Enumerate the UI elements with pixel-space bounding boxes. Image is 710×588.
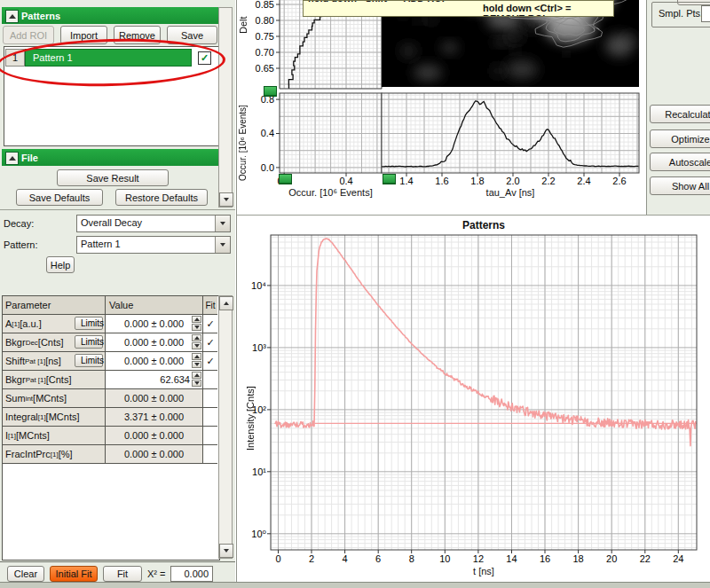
delta-axis-label: Delt [238,0,248,34]
decay-select[interactable]: Overall Decay [76,215,231,232]
param-name: Sumint [MCnts] [3,389,106,407]
save-button[interactable]: Save [167,26,217,44]
param-name: FracIntPrc[1] [%] [3,445,106,463]
fit-checkbox[interactable] [203,371,217,388]
scroll-down-icon[interactable] [219,544,233,558]
smpl-pts-label: Smpl. Pts.: [659,8,706,19]
svg-text:10⁰: 10⁰ [251,529,266,539]
value-spinner[interactable] [192,353,201,368]
intensity-axis-label: Intensity [Cnts] [245,335,256,451]
svg-text:4: 4 [343,553,348,564]
pattern-select[interactable]: Pattern 1 [76,236,231,254]
chevron-down-icon[interactable] [215,216,230,231]
save-result-button[interactable]: Save Result [57,169,169,186]
patterns-group-header[interactable]: Patterns [2,7,218,24]
svg-text:0.80: 0.80 [256,15,274,26]
mini-plot-x-label: Occur. [10⁶ Events] [280,187,382,198]
pattern-list-row[interactable]: 1 Pattern 1 ✓ [5,49,217,67]
scroll-up-icon[interactable] [219,296,233,310]
svg-text:0.4: 0.4 [261,128,274,138]
param-row: BkgrDec [Cnts] Limits 0.000 ± 0.000 ✓ [3,333,217,352]
fit-cell [203,408,217,426]
roi-range-handle[interactable] [279,174,292,184]
fit-checkbox[interactable]: ✓ [203,352,217,370]
param-value-readonly: 0.000 ± 0.000 [106,427,203,444]
decay-label: Decay: [4,218,34,229]
param-name: ShiftPat [1] [ns] Limits [3,352,106,370]
right-panel: Smpl. Pts.: Recalculate Optimize Autosca… [646,0,710,215]
pattern-list[interactable]: 1 Pattern 1 ✓ [4,46,219,146]
decay-plot-area[interactable] [271,235,697,550]
svg-text:20: 20 [606,553,617,564]
svg-text:10¹: 10¹ [252,466,266,477]
svg-text:16: 16 [540,553,550,564]
save-defaults-button[interactable]: Save Defaults [16,189,103,206]
patterns-pane-scrollbar[interactable] [218,7,233,208]
param-value-readonly: 0.000 ± 0.000 [106,445,203,463]
column-header-value: Value [106,296,203,314]
fit-checkbox[interactable]: ✓ [203,333,217,351]
svg-text:1.8: 1.8 [470,176,484,186]
svg-text:0.75: 0.75 [256,31,274,42]
smpl-pts-input[interactable] [701,5,710,22]
svg-text:8: 8 [409,553,414,564]
optimize-button[interactable]: Optimize [650,129,710,148]
spin-down-icon [192,361,201,368]
column-header-fit: Fit [203,296,217,314]
limits-button[interactable]: Limits [75,317,103,330]
svg-text:18: 18 [572,553,583,564]
pattern-row-name[interactable]: Pattern 1 [25,49,192,67]
show-all-button[interactable]: Show All [650,176,710,195]
param-value-input[interactable]: 0.000 ± 0.000 [106,333,203,351]
value-spinner[interactable] [192,334,201,349]
roi-range-handle[interactable] [383,174,396,184]
param-value-input[interactable]: 0.000 ± 0.000 [106,352,203,370]
help-button[interactable]: Help [46,256,75,273]
roi-range-handle[interactable] [264,86,277,97]
svg-text:10: 10 [439,553,450,564]
fit-checkbox[interactable]: ✓ [203,315,217,333]
param-row: A[1] [a.u.] Limits 0.000 ± 0.000 ✓ [3,315,217,333]
autoscale-button[interactable]: Autoscale [650,153,710,171]
fit-cell [203,427,217,444]
param-name: A[1] [a.u.] Limits [3,315,106,333]
roi-tooltip: hold down <Shift> = ADD ROI hold down <C… [303,0,614,17]
restore-defaults-button[interactable]: Restore Defaults [115,189,208,206]
scroll-down-icon[interactable] [219,192,233,207]
param-value-input[interactable]: 0.000 ± 0.000 [106,315,203,333]
param-row: I[1] [MCnts] 0.000 ± 0.000 [3,427,217,445]
value-spinner[interactable] [192,316,201,331]
histogram-x-label: tau_Av [ns] [382,187,639,198]
pattern-select-value: Pattern 1 [81,239,121,249]
tau-histogram-plot[interactable] [382,93,639,173]
svg-text:1.4: 1.4 [399,176,413,186]
remove-button[interactable]: Remove [114,26,161,44]
fit-button[interactable]: Fit [103,566,142,582]
svg-text:0: 0 [275,553,280,564]
clear-button[interactable]: Clear [7,566,44,582]
svg-text:2.2: 2.2 [541,176,555,186]
param-value-input[interactable]: 62.634 [106,371,203,388]
collapse-patterns-icon[interactable] [5,10,19,23]
initial-fit-button[interactable]: Initial Fit [50,566,98,582]
param-table-scrollbar[interactable] [218,295,233,559]
fit-cell [203,445,217,463]
limits-button[interactable]: Limits [75,354,103,367]
add-roi-button[interactable]: Add ROI [3,26,54,44]
import-button[interactable]: Import [60,26,107,44]
param-row: Sumint [MCnts] 0.000 ± 0.000 [3,389,217,408]
file-group-header[interactable]: File [2,149,218,166]
chevron-down-icon[interactable] [215,237,230,253]
recalculate-button[interactable]: Recalculate [650,105,710,123]
fit-cell [203,389,217,407]
collapse-file-icon[interactable] [5,152,19,165]
value-spinner[interactable] [192,372,201,387]
param-name: BkgrPat [1] [Cnts] [3,371,106,388]
param-name: BkgrDec [Cnts] Limits [3,333,106,351]
svg-text:2: 2 [309,553,314,564]
parameter-table: Parameter Value Fit A[1] [a.u.] Limits 0… [2,295,220,561]
limits-button[interactable]: Limits [75,335,103,349]
pattern-visible-checkbox[interactable]: ✓ [198,51,211,65]
patterns-group-title: Patterns [21,11,60,21]
svg-text:0.85: 0.85 [256,0,274,10]
